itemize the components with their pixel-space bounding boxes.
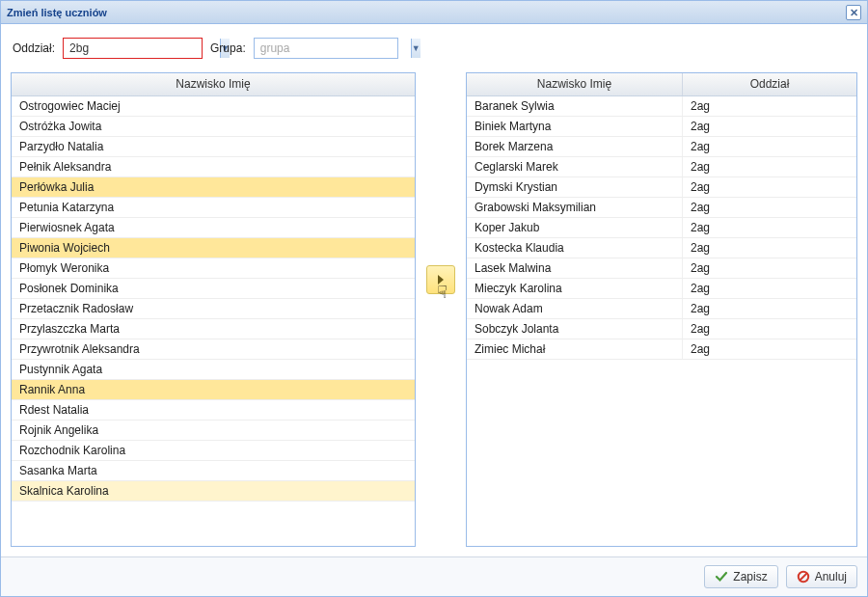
cell-name: Mieczyk Karolina (467, 279, 683, 298)
table-row[interactable]: Pierwiosnek Agata (12, 218, 415, 238)
cell-department: 2ag (683, 157, 856, 176)
cell-name: Parzydło Natalia (12, 137, 415, 156)
target-grid-body[interactable]: Baranek Sylwia2agBiniek Martyna2agBorek … (467, 96, 856, 546)
table-row[interactable]: Rannik Anna (12, 380, 415, 400)
table-row[interactable]: Koper Jakub2ag (467, 218, 856, 238)
grupa-combo[interactable]: ▼ (254, 38, 398, 59)
table-row[interactable]: Piwonia Wojciech (12, 238, 415, 258)
col-name[interactable]: Nazwisko Imię (467, 73, 683, 95)
cell-department: 2ag (683, 218, 856, 237)
table-row[interactable]: Baranek Sylwia2ag (467, 96, 856, 117)
arrow-right-icon (436, 275, 446, 285)
table-row[interactable]: Ostrogowiec Maciej (12, 96, 415, 117)
transfer-right-button[interactable]: ☟ (426, 265, 455, 294)
chevron-down-icon: ▼ (412, 43, 420, 53)
cell-department: 2ag (683, 299, 856, 318)
cell-name: Przetacznik Radosław (12, 299, 415, 318)
cell-name: Pełnik Aleksandra (12, 157, 415, 176)
dialog-footer: Zapisz Anuluj (1, 556, 867, 596)
table-row[interactable]: Sobczyk Jolanta2ag (467, 319, 856, 339)
table-row[interactable]: Nowak Adam2ag (467, 299, 856, 319)
table-row[interactable]: Biniek Martyna2ag (467, 117, 856, 137)
table-row[interactable]: Przywrotnik Aleksandra (12, 339, 415, 360)
cell-name: Piwonia Wojciech (12, 238, 415, 258)
svg-line-1 (800, 574, 806, 581)
cell-department: 2ag (683, 177, 856, 197)
table-row[interactable]: Sasanka Marta (12, 461, 415, 481)
oddzial-input[interactable] (64, 39, 220, 58)
table-row[interactable]: Kostecka Klaudia2ag (467, 238, 856, 258)
target-grid-header: Nazwisko Imię Oddział (467, 73, 856, 96)
cell-name: Perłówka Julia (12, 177, 415, 197)
cell-department: 2ag (683, 137, 856, 156)
table-row[interactable]: Parzydło Natalia (12, 137, 415, 157)
oddzial-combo[interactable]: ▼ (63, 38, 203, 59)
source-grid-header: Nazwisko Imię (12, 73, 415, 96)
table-row[interactable]: Ceglarski Marek2ag (467, 157, 856, 177)
save-button[interactable]: Zapisz (704, 565, 777, 588)
cancel-button[interactable]: Anuluj (786, 565, 857, 588)
cell-name: Dymski Krystian (467, 177, 683, 197)
col-name[interactable]: Nazwisko Imię (12, 73, 415, 95)
cell-name: Grabowski Maksymilian (467, 198, 683, 217)
cell-name: Posłonek Dominika (12, 279, 415, 298)
cell-name: Przylaszczka Marta (12, 319, 415, 339)
cell-name: Rannik Anna (12, 380, 415, 399)
grupa-input[interactable] (255, 39, 411, 58)
cell-name: Ceglarski Marek (467, 157, 683, 176)
cell-name: Rdest Natalia (12, 400, 415, 420)
close-icon: ✕ (850, 7, 858, 18)
table-row[interactable]: Rdest Natalia (12, 400, 415, 421)
table-row[interactable]: Przetacznik Radosław (12, 299, 415, 319)
cell-department: 2ag (683, 238, 856, 258)
table-row[interactable]: Skalnica Karolina (12, 481, 415, 502)
table-row[interactable]: Pustynnik Agata (12, 360, 415, 380)
cell-name: Baranek Sylwia (467, 96, 683, 116)
table-row[interactable]: Ostróżka Jowita (12, 117, 415, 137)
title-bar: Zmień listę uczniów ✕ (1, 1, 867, 24)
table-row[interactable]: Perłówka Julia (12, 177, 415, 198)
cell-department: 2ag (683, 117, 856, 136)
cell-name: Biniek Martyna (467, 117, 683, 136)
cell-name: Pustynnik Agata (12, 360, 415, 379)
check-icon (715, 570, 728, 583)
cell-department: 2ag (683, 198, 856, 217)
cancel-button-label: Anuluj (815, 570, 847, 583)
cursor-hand-icon: ☟ (437, 282, 448, 303)
cell-name: Lasek Malwina (467, 258, 683, 278)
table-row[interactable]: Rojnik Angelika (12, 421, 415, 441)
target-grid: Nazwisko Imię Oddział Baranek Sylwia2agB… (466, 72, 857, 547)
cell-department: 2ag (683, 339, 856, 359)
cell-name: Zimiec Michał (467, 339, 683, 359)
cell-department: 2ag (683, 319, 856, 339)
dialog-content: Oddział: ▼ Grupa: ▼ Nazwisko Imię (1, 24, 867, 556)
source-grid-body[interactable]: Ostrogowiec MaciejOstróżka JowitaParzydł… (12, 96, 415, 546)
table-row[interactable]: Grabowski Maksymilian2ag (467, 198, 856, 218)
dialog-window: Zmień listę uczniów ✕ Oddział: ▼ Grupa: … (0, 0, 868, 597)
table-row[interactable]: Posłonek Dominika (12, 279, 415, 299)
source-grid: Nazwisko Imię Ostrogowiec MaciejOstróżka… (11, 72, 416, 547)
cell-name: Sasanka Marta (12, 461, 415, 480)
table-row[interactable]: Petunia Katarzyna (12, 198, 415, 218)
table-row[interactable]: Zimiec Michał2ag (467, 339, 856, 360)
table-row[interactable]: Płomyk Weronika (12, 258, 415, 279)
table-row[interactable]: Rozchodnik Karolina (12, 441, 415, 461)
table-row[interactable]: Przylaszczka Marta (12, 319, 415, 339)
cell-department: 2ag (683, 279, 856, 298)
cell-name: Pierwiosnek Agata (12, 218, 415, 237)
close-button[interactable]: ✕ (846, 5, 861, 20)
save-button-label: Zapisz (733, 570, 767, 583)
cell-name: Rojnik Angelika (12, 421, 415, 440)
table-row[interactable]: Borek Marzena2ag (467, 137, 856, 157)
table-row[interactable]: Lasek Malwina2ag (467, 258, 856, 279)
forbidden-icon (797, 570, 810, 583)
cell-name: Ostrogowiec Maciej (12, 96, 415, 116)
cell-name: Ostróżka Jowita (12, 117, 415, 136)
table-row[interactable]: Dymski Krystian2ag (467, 177, 856, 198)
grupa-trigger[interactable]: ▼ (411, 39, 420, 58)
cell-name: Nowak Adam (467, 299, 683, 318)
table-row[interactable]: Mieczyk Karolina2ag (467, 279, 856, 299)
lists-row: Nazwisko Imię Ostrogowiec MaciejOstróżka… (11, 72, 857, 547)
col-department[interactable]: Oddział (683, 73, 856, 95)
table-row[interactable]: Pełnik Aleksandra (12, 157, 415, 177)
